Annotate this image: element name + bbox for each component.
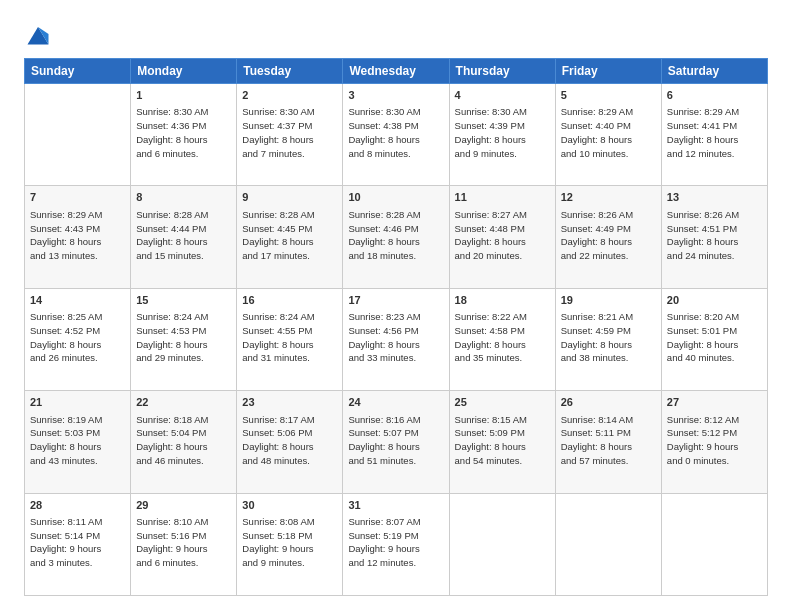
- day-number: 4: [455, 88, 550, 103]
- day-number: 3: [348, 88, 443, 103]
- day-cell: 21Sunrise: 8:19 AMSunset: 5:03 PMDayligh…: [25, 391, 131, 493]
- col-header-thursday: Thursday: [449, 59, 555, 84]
- day-cell: 17Sunrise: 8:23 AMSunset: 4:56 PMDayligh…: [343, 288, 449, 390]
- day-number: 29: [136, 498, 231, 513]
- day-number: 30: [242, 498, 337, 513]
- col-header-tuesday: Tuesday: [237, 59, 343, 84]
- day-cell: 8Sunrise: 8:28 AMSunset: 4:44 PMDaylight…: [131, 186, 237, 288]
- day-number: 6: [667, 88, 762, 103]
- col-header-wednesday: Wednesday: [343, 59, 449, 84]
- day-number: 20: [667, 293, 762, 308]
- day-cell: [661, 493, 767, 595]
- week-row-4: 21Sunrise: 8:19 AMSunset: 5:03 PMDayligh…: [25, 391, 768, 493]
- day-info: Sunrise: 8:28 AMSunset: 4:44 PMDaylight:…: [136, 208, 231, 263]
- col-header-monday: Monday: [131, 59, 237, 84]
- day-info: Sunrise: 8:23 AMSunset: 4:56 PMDaylight:…: [348, 310, 443, 365]
- day-cell: 12Sunrise: 8:26 AMSunset: 4:49 PMDayligh…: [555, 186, 661, 288]
- day-cell: 30Sunrise: 8:08 AMSunset: 5:18 PMDayligh…: [237, 493, 343, 595]
- day-number: 8: [136, 190, 231, 205]
- day-info: Sunrise: 8:15 AMSunset: 5:09 PMDaylight:…: [455, 413, 550, 468]
- day-cell: 6Sunrise: 8:29 AMSunset: 4:41 PMDaylight…: [661, 84, 767, 186]
- day-cell: 24Sunrise: 8:16 AMSunset: 5:07 PMDayligh…: [343, 391, 449, 493]
- day-number: 31: [348, 498, 443, 513]
- day-info: Sunrise: 8:12 AMSunset: 5:12 PMDaylight:…: [667, 413, 762, 468]
- day-info: Sunrise: 8:21 AMSunset: 4:59 PMDaylight:…: [561, 310, 656, 365]
- day-number: 28: [30, 498, 125, 513]
- day-info: Sunrise: 8:26 AMSunset: 4:49 PMDaylight:…: [561, 208, 656, 263]
- day-info: Sunrise: 8:27 AMSunset: 4:48 PMDaylight:…: [455, 208, 550, 263]
- day-info: Sunrise: 8:30 AMSunset: 4:37 PMDaylight:…: [242, 105, 337, 160]
- calendar-table: SundayMondayTuesdayWednesdayThursdayFrid…: [24, 58, 768, 596]
- day-info: Sunrise: 8:29 AMSunset: 4:41 PMDaylight:…: [667, 105, 762, 160]
- logo: [24, 20, 56, 48]
- day-cell: 22Sunrise: 8:18 AMSunset: 5:04 PMDayligh…: [131, 391, 237, 493]
- header-row: SundayMondayTuesdayWednesdayThursdayFrid…: [25, 59, 768, 84]
- day-number: 14: [30, 293, 125, 308]
- day-info: Sunrise: 8:30 AMSunset: 4:36 PMDaylight:…: [136, 105, 231, 160]
- day-number: 1: [136, 88, 231, 103]
- day-cell: 11Sunrise: 8:27 AMSunset: 4:48 PMDayligh…: [449, 186, 555, 288]
- day-cell: 7Sunrise: 8:29 AMSunset: 4:43 PMDaylight…: [25, 186, 131, 288]
- day-cell: 20Sunrise: 8:20 AMSunset: 5:01 PMDayligh…: [661, 288, 767, 390]
- day-info: Sunrise: 8:24 AMSunset: 4:55 PMDaylight:…: [242, 310, 337, 365]
- day-cell: 26Sunrise: 8:14 AMSunset: 5:11 PMDayligh…: [555, 391, 661, 493]
- day-cell: [25, 84, 131, 186]
- day-number: 27: [667, 395, 762, 410]
- day-cell: 29Sunrise: 8:10 AMSunset: 5:16 PMDayligh…: [131, 493, 237, 595]
- day-number: 26: [561, 395, 656, 410]
- day-info: Sunrise: 8:29 AMSunset: 4:40 PMDaylight:…: [561, 105, 656, 160]
- day-info: Sunrise: 8:30 AMSunset: 4:38 PMDaylight:…: [348, 105, 443, 160]
- day-number: 7: [30, 190, 125, 205]
- week-row-1: 1Sunrise: 8:30 AMSunset: 4:36 PMDaylight…: [25, 84, 768, 186]
- day-number: 12: [561, 190, 656, 205]
- day-info: Sunrise: 8:18 AMSunset: 5:04 PMDaylight:…: [136, 413, 231, 468]
- day-cell: 1Sunrise: 8:30 AMSunset: 4:36 PMDaylight…: [131, 84, 237, 186]
- col-header-sunday: Sunday: [25, 59, 131, 84]
- day-number: 17: [348, 293, 443, 308]
- day-info: Sunrise: 8:14 AMSunset: 5:11 PMDaylight:…: [561, 413, 656, 468]
- day-cell: 19Sunrise: 8:21 AMSunset: 4:59 PMDayligh…: [555, 288, 661, 390]
- day-info: Sunrise: 8:08 AMSunset: 5:18 PMDaylight:…: [242, 515, 337, 570]
- day-number: 13: [667, 190, 762, 205]
- day-cell: 18Sunrise: 8:22 AMSunset: 4:58 PMDayligh…: [449, 288, 555, 390]
- day-info: Sunrise: 8:24 AMSunset: 4:53 PMDaylight:…: [136, 310, 231, 365]
- day-number: 11: [455, 190, 550, 205]
- day-cell: 23Sunrise: 8:17 AMSunset: 5:06 PMDayligh…: [237, 391, 343, 493]
- day-info: Sunrise: 8:20 AMSunset: 5:01 PMDaylight:…: [667, 310, 762, 365]
- day-number: 24: [348, 395, 443, 410]
- day-info: Sunrise: 8:10 AMSunset: 5:16 PMDaylight:…: [136, 515, 231, 570]
- day-number: 25: [455, 395, 550, 410]
- day-number: 15: [136, 293, 231, 308]
- day-info: Sunrise: 8:19 AMSunset: 5:03 PMDaylight:…: [30, 413, 125, 468]
- day-cell: 31Sunrise: 8:07 AMSunset: 5:19 PMDayligh…: [343, 493, 449, 595]
- day-cell: 3Sunrise: 8:30 AMSunset: 4:38 PMDaylight…: [343, 84, 449, 186]
- header: [24, 20, 768, 48]
- day-info: Sunrise: 8:17 AMSunset: 5:06 PMDaylight:…: [242, 413, 337, 468]
- day-cell: 4Sunrise: 8:30 AMSunset: 4:39 PMDaylight…: [449, 84, 555, 186]
- day-info: Sunrise: 8:28 AMSunset: 4:46 PMDaylight:…: [348, 208, 443, 263]
- day-cell: 5Sunrise: 8:29 AMSunset: 4:40 PMDaylight…: [555, 84, 661, 186]
- day-info: Sunrise: 8:28 AMSunset: 4:45 PMDaylight:…: [242, 208, 337, 263]
- day-info: Sunrise: 8:25 AMSunset: 4:52 PMDaylight:…: [30, 310, 125, 365]
- week-row-5: 28Sunrise: 8:11 AMSunset: 5:14 PMDayligh…: [25, 493, 768, 595]
- day-cell: 15Sunrise: 8:24 AMSunset: 4:53 PMDayligh…: [131, 288, 237, 390]
- day-number: 2: [242, 88, 337, 103]
- day-number: 18: [455, 293, 550, 308]
- week-row-2: 7Sunrise: 8:29 AMSunset: 4:43 PMDaylight…: [25, 186, 768, 288]
- day-cell: 27Sunrise: 8:12 AMSunset: 5:12 PMDayligh…: [661, 391, 767, 493]
- col-header-saturday: Saturday: [661, 59, 767, 84]
- day-cell: [555, 493, 661, 595]
- day-info: Sunrise: 8:26 AMSunset: 4:51 PMDaylight:…: [667, 208, 762, 263]
- logo-icon: [24, 20, 52, 48]
- day-number: 19: [561, 293, 656, 308]
- day-info: Sunrise: 8:07 AMSunset: 5:19 PMDaylight:…: [348, 515, 443, 570]
- day-cell: 9Sunrise: 8:28 AMSunset: 4:45 PMDaylight…: [237, 186, 343, 288]
- day-cell: 16Sunrise: 8:24 AMSunset: 4:55 PMDayligh…: [237, 288, 343, 390]
- day-cell: 25Sunrise: 8:15 AMSunset: 5:09 PMDayligh…: [449, 391, 555, 493]
- day-number: 23: [242, 395, 337, 410]
- day-cell: 13Sunrise: 8:26 AMSunset: 4:51 PMDayligh…: [661, 186, 767, 288]
- day-number: 16: [242, 293, 337, 308]
- page: SundayMondayTuesdayWednesdayThursdayFrid…: [0, 0, 792, 612]
- col-header-friday: Friday: [555, 59, 661, 84]
- day-cell: [449, 493, 555, 595]
